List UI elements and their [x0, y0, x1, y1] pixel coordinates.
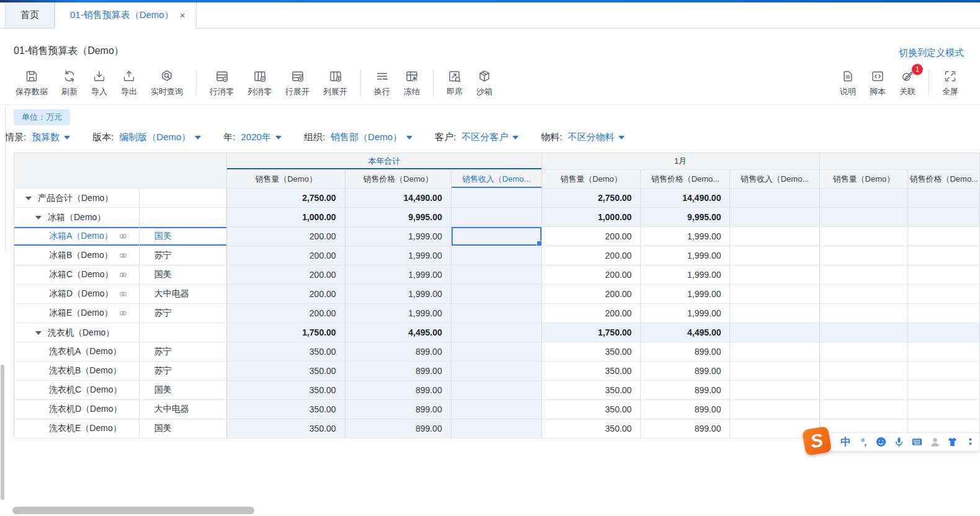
product-cell[interactable]: 冰箱A（Demo） [14, 227, 140, 246]
data-cell[interactable] [820, 342, 909, 362]
data-cell[interactable]: 350.00 [542, 400, 641, 419]
data-cell[interactable]: 200.00 [227, 285, 345, 304]
column-header-4[interactable]: 销售价格（Demo... [641, 170, 730, 189]
data-cell[interactable]: 4,495.00 [641, 323, 730, 342]
filter-value[interactable]: 编制版（Demo） [119, 131, 190, 143]
customer-cell[interactable]: 大中电器 [140, 285, 228, 304]
column-group-header-1[interactable]: 1月 [542, 153, 820, 170]
collapse-caret-icon[interactable] [25, 197, 32, 200]
data-cell[interactable] [452, 419, 542, 438]
data-cell[interactable] [908, 227, 980, 246]
horizontal-scrollbar-thumb[interactable] [12, 507, 254, 514]
data-cell[interactable]: 200.00 [227, 304, 345, 323]
product-cell[interactable]: 洗衣机A（Demo） [14, 342, 140, 362]
product-cell[interactable]: 洗衣机（Demo） [14, 323, 140, 342]
data-cell[interactable]: 899.00 [641, 342, 730, 362]
filter-value[interactable]: 2020年 [241, 131, 271, 143]
data-cell[interactable]: 1,999.00 [345, 285, 452, 304]
toolbar-button-col-expand[interactable]: 列展开 [323, 69, 347, 97]
data-cell[interactable]: 1,999.00 [345, 265, 452, 285]
data-cell[interactable]: 350.00 [227, 400, 345, 419]
data-cell[interactable] [730, 381, 819, 400]
data-cell[interactable]: 4,495.00 [345, 323, 452, 342]
product-cell[interactable]: 冰箱C（Demo） [14, 265, 140, 285]
customer-cell[interactable]: 苏宁 [140, 246, 228, 265]
data-cell[interactable]: 350.00 [227, 381, 345, 400]
column-header-1[interactable]: 销售价格（Demo） [345, 170, 452, 189]
data-cell[interactable] [730, 227, 819, 246]
data-cell[interactable] [730, 400, 819, 419]
column-group-header-2[interactable] [820, 153, 980, 170]
data-cell[interactable]: 1,000.00 [227, 208, 345, 227]
data-cell[interactable] [820, 400, 909, 419]
customer-cell[interactable]: 国美 [140, 419, 228, 438]
data-cell[interactable]: 350.00 [227, 362, 345, 381]
data-cell[interactable]: 200.00 [542, 246, 641, 265]
data-cell[interactable] [452, 323, 542, 342]
fill-handle[interactable] [537, 241, 542, 246]
data-cell[interactable] [452, 342, 542, 362]
data-cell[interactable]: 1,999.00 [345, 227, 452, 246]
filter-2[interactable]: 年:2020年 [223, 131, 282, 143]
filter-value[interactable]: 预算数 [32, 131, 60, 143]
ime-person[interactable] [926, 436, 944, 448]
data-cell[interactable]: 1,999.00 [641, 246, 730, 265]
customer-cell[interactable] [140, 189, 228, 208]
filter-4[interactable]: 客户:不区分客户 [435, 131, 519, 143]
toolbar-button-import[interactable]: 导入 [91, 69, 107, 97]
data-cell[interactable] [452, 285, 542, 304]
data-cell[interactable] [730, 208, 819, 227]
data-cell[interactable] [908, 362, 980, 381]
data-cell[interactable]: 200.00 [542, 227, 641, 246]
data-cell[interactable] [908, 342, 980, 362]
ime-more[interactable] [961, 436, 979, 448]
data-cell[interactable] [452, 304, 542, 323]
data-cell[interactable] [820, 208, 909, 227]
data-cell[interactable]: 350.00 [542, 362, 641, 381]
data-cell[interactable] [452, 227, 542, 246]
vertical-scrollbar-thumb[interactable] [1, 365, 4, 500]
filter-value[interactable]: 不区分客户 [461, 131, 508, 143]
data-cell[interactable] [908, 246, 980, 265]
data-cell[interactable] [452, 189, 542, 208]
data-cell[interactable]: 200.00 [227, 246, 345, 265]
data-cell[interactable] [908, 189, 980, 208]
filter-5[interactable]: 物料:不区分物料 [541, 131, 625, 143]
chevron-down-icon[interactable] [64, 136, 70, 140]
chevron-down-icon[interactable] [406, 136, 412, 140]
product-cell[interactable]: 冰箱（Demo） [14, 208, 140, 227]
data-cell[interactable]: 899.00 [641, 419, 730, 438]
data-cell[interactable] [730, 362, 819, 381]
data-cell[interactable] [820, 227, 909, 246]
data-cell[interactable]: 350.00 [542, 381, 641, 400]
toolbar-button-relation[interactable]: 关联1 [899, 69, 915, 97]
filter-value[interactable]: 不区分物料 [568, 131, 614, 143]
column-header-5[interactable]: 销售收入（Demo... [730, 170, 819, 189]
toolbar-button-doc[interactable]: 说明 [840, 69, 856, 97]
customer-cell[interactable]: 苏宁 [140, 304, 228, 323]
data-cell[interactable]: 200.00 [542, 285, 641, 304]
data-cell[interactable]: 899.00 [345, 362, 452, 381]
data-cell[interactable]: 899.00 [641, 400, 730, 419]
data-cell[interactable]: 350.00 [227, 419, 345, 438]
collapse-caret-icon[interactable] [35, 216, 42, 220]
data-cell[interactable] [908, 208, 980, 227]
data-cell[interactable] [820, 246, 909, 265]
tab-sales-budget[interactable]: 01-销售预算表（Demo） × [55, 2, 197, 29]
customer-cell[interactable] [140, 208, 228, 227]
filter-0[interactable]: 情景:预算数 [5, 131, 70, 143]
data-cell[interactable] [820, 323, 909, 342]
data-cell[interactable] [730, 285, 819, 304]
data-cell[interactable] [820, 381, 909, 400]
filter-value[interactable]: 销售部（Demo） [331, 131, 402, 143]
customer-cell[interactable]: 苏宁 [140, 342, 228, 362]
ime-punctuation[interactable]: °, [855, 437, 873, 447]
customer-cell[interactable]: 国美 [140, 381, 228, 400]
product-cell[interactable]: 洗衣机D（Demo） [14, 400, 140, 419]
data-cell[interactable] [452, 265, 542, 285]
column-header-6[interactable]: 销售量（Demo） [820, 170, 909, 189]
column-header-7[interactable]: 销售价格（Demo... [908, 170, 980, 189]
data-cell[interactable]: 899.00 [345, 381, 452, 400]
chevron-down-icon[interactable] [275, 136, 282, 140]
data-cell[interactable] [820, 189, 909, 208]
